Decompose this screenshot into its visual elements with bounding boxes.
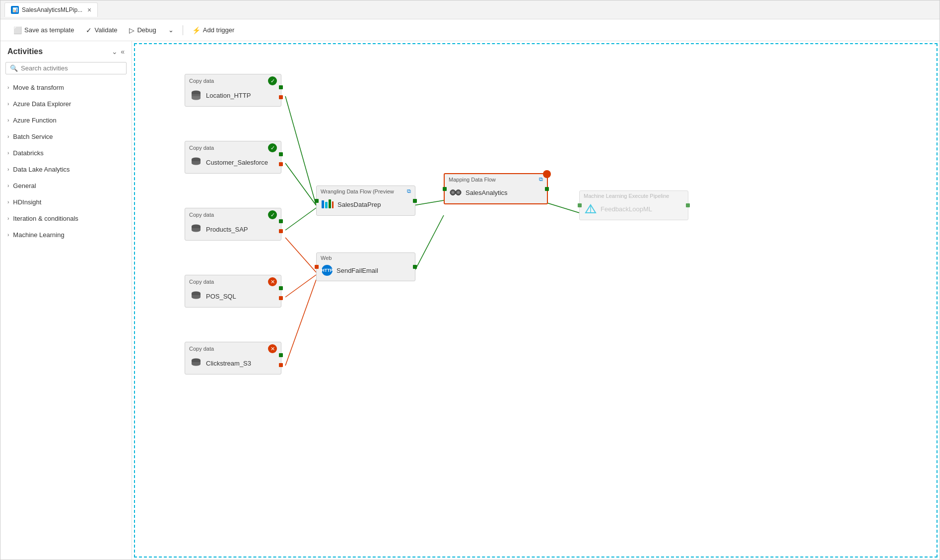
node-label: Location_HTTP	[206, 92, 251, 99]
node-pos-sql[interactable]: Copy data ✕ POS_SQL	[185, 275, 281, 308]
add-trigger-button[interactable]: ⚡ Add trigger	[187, 24, 240, 37]
search-input[interactable]	[21, 64, 122, 72]
sidebar-item-databricks[interactable]: › Databricks	[0, 145, 132, 161]
node-feedbackloopml[interactable]: Machine Learning Execute Pipeline Feedba…	[579, 190, 688, 220]
node-header: Web	[317, 253, 415, 262]
pipeline-tab[interactable]: 📊 SalesAnalyticsMLPip... ×	[4, 2, 98, 17]
node-type-label: Copy data	[189, 145, 214, 151]
node-label: Products_SAP	[206, 226, 248, 233]
svg-line-1	[285, 163, 316, 205]
sidebar-header: Activities ⌄ «	[0, 41, 132, 60]
sidebar: Activities ⌄ « 🔍 › Move & transform › Az…	[0, 41, 132, 560]
validate-button[interactable]: ✓ Validate	[81, 24, 122, 37]
external-link-icon[interactable]: ⧉	[539, 176, 543, 183]
sidebar-item-label: Azure Function	[13, 117, 56, 124]
output-port	[413, 265, 417, 269]
svg-point-21	[457, 191, 460, 194]
node-location-http[interactable]: Copy data ✓ Location_HTTP	[185, 74, 281, 107]
node-products-sap[interactable]: Copy data ✓ Products_SAP	[185, 208, 281, 241]
sidebar-item-azure-function[interactable]: › Azure Function	[0, 112, 132, 128]
output-port-success	[279, 286, 283, 290]
node-customer-salesforce[interactable]: Copy data ✓ Customer_Salesforce	[185, 141, 281, 174]
app-container: 📊 SalesAnalyticsMLPip... × ⬜ Save as tem…	[0, 0, 940, 560]
node-label: SendFailEmail	[336, 267, 378, 274]
node-type-label: Copy data	[189, 78, 214, 84]
node-sendfailemail[interactable]: Web HTTP SendFailEmail	[316, 252, 415, 281]
node-label: Clickstream_S3	[206, 360, 251, 367]
node-type-label: Wrangling Data Flow (Preview	[321, 188, 394, 194]
running-status-dot	[543, 170, 551, 178]
node-body: SalesDataPrep	[317, 195, 415, 215]
node-type-label: Web	[321, 255, 332, 261]
minimize-icon[interactable]: «	[121, 48, 125, 56]
node-salesanalytics[interactable]: Mapping Data Flow ⧉ SalesAnaly	[444, 173, 548, 204]
output-port	[686, 203, 690, 207]
sidebar-item-hdinsight[interactable]: › HDInsight	[0, 194, 132, 210]
output-port-fail	[279, 162, 283, 166]
node-body: FeedbackLoopML	[580, 200, 688, 220]
svg-rect-16	[329, 199, 331, 208]
status-ok-icon: ✓	[268, 76, 277, 85]
debug-button[interactable]: ▷ Debug	[124, 24, 161, 37]
node-type-label: Copy data	[189, 279, 214, 285]
external-link-icon[interactable]: ⧉	[407, 188, 411, 194]
svg-line-2	[285, 208, 316, 230]
output-port-success	[279, 353, 283, 357]
sidebar-item-iteration[interactable]: › Iteration & conditionals	[0, 210, 132, 227]
node-type-label: Mapping Data Flow	[449, 177, 496, 183]
validate-icon: ✓	[86, 26, 92, 34]
save-template-button[interactable]: ⬜ Save as template	[8, 24, 79, 37]
node-type-label: Copy data	[189, 212, 214, 218]
node-label: POS_SQL	[206, 293, 236, 300]
node-body: Clickstream_S3	[185, 354, 281, 374]
chevron-right-icon: ›	[7, 167, 9, 172]
sidebar-item-batch-service[interactable]: › Batch Service	[0, 128, 132, 145]
debug-dropdown-button[interactable]: ⌄	[163, 24, 179, 36]
sidebar-item-machine-learning[interactable]: › Machine Learning	[0, 227, 132, 243]
sidebar-item-general[interactable]: › General	[0, 178, 132, 194]
http-icon: HTTP	[322, 265, 333, 276]
debug-icon: ▷	[129, 26, 134, 34]
pipeline-canvas[interactable]: Copy data ✓ Location_HTTP	[134, 43, 938, 558]
node-header: Mapping Data Flow ⧉	[445, 174, 547, 184]
output-port-fail	[279, 363, 283, 367]
node-salesdataprep[interactable]: Wrangling Data Flow (Preview ⧉	[316, 186, 415, 216]
tab-close-button[interactable]: ×	[87, 6, 91, 14]
main-content: Activities ⌄ « 🔍 › Move & transform › Az…	[0, 41, 940, 560]
sidebar-item-label: Azure Data Explorer	[13, 100, 71, 108]
sidebar-item-label: HDInsight	[13, 198, 41, 206]
search-box: 🔍	[5, 62, 127, 74]
node-clickstream-s3[interactable]: Copy data ✕ Clickstream_S3	[185, 342, 281, 374]
node-body: Products_SAP	[185, 220, 281, 240]
output-port-fail	[279, 229, 283, 233]
node-header: Copy data ✕	[185, 275, 281, 287]
tab-bar: 📊 SalesAnalyticsMLPip... ×	[0, 0, 940, 19]
svg-line-4	[285, 280, 316, 366]
node-body: POS_SQL	[185, 287, 281, 307]
chevron-right-icon: ›	[7, 232, 9, 238]
svg-rect-14	[322, 200, 324, 208]
sidebar-controls[interactable]: ⌄ «	[112, 48, 125, 56]
input-port	[443, 187, 447, 191]
search-icon: 🔍	[10, 64, 18, 72]
ml-icon	[585, 203, 597, 215]
node-type-label: Machine Learning Execute Pipeline	[584, 193, 669, 199]
node-label: SalesAnalytics	[466, 189, 508, 196]
sidebar-nav: › Move & transform › Azure Data Explorer…	[0, 79, 132, 560]
svg-line-7	[414, 215, 444, 272]
node-header: Machine Learning Execute Pipeline	[580, 191, 688, 200]
pipeline: Copy data ✓ Location_HTTP	[135, 44, 937, 557]
sidebar-item-azure-data-explorer[interactable]: › Azure Data Explorer	[0, 96, 132, 112]
sidebar-item-data-lake[interactable]: › Data Lake Analytics	[0, 161, 132, 178]
sidebar-item-move-transform[interactable]: › Move & transform	[0, 79, 132, 96]
svg-line-5	[285, 238, 316, 272]
collapse-icon[interactable]: ⌄	[112, 48, 118, 56]
status-ok-icon: ✓	[268, 210, 277, 219]
node-header: Wrangling Data Flow (Preview ⧉	[317, 186, 415, 195]
node-label: Customer_Salesforce	[206, 159, 268, 166]
node-header: Copy data ✕	[185, 342, 281, 354]
chevron-right-icon: ›	[7, 183, 9, 188]
node-label: FeedbackLoopML	[601, 205, 652, 213]
node-header: Copy data ✓	[185, 141, 281, 153]
output-port	[545, 187, 549, 191]
